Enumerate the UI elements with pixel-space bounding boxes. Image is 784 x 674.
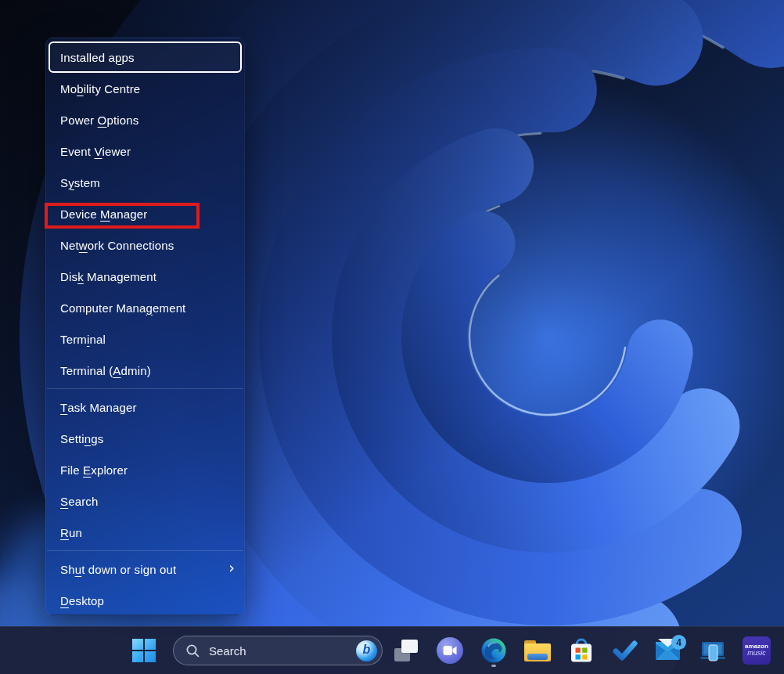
menu-item-label: ptions: [106, 114, 138, 127]
menu-item-shut-down-or-sign-out[interactable]: Shut down or sign out›: [46, 553, 244, 585]
menu-item-label: Dis: [60, 270, 77, 283]
menu-item-label: Setti: [60, 432, 85, 445]
menu-item-label: Device: [60, 207, 100, 221]
menu-item-label: anager: [110, 207, 148, 221]
chevron-right-icon: ›: [228, 560, 235, 575]
microsoft-store-button[interactable]: [566, 632, 597, 669]
desktop: Installed appsMobility CentrePower Optio…: [0, 0, 784, 674]
menu-item-computer-management[interactable]: Computer Management: [46, 292, 244, 323]
amazon-music-icon: amazon music: [743, 636, 771, 665]
mnemonic-underline: M: [100, 207, 110, 221]
mnemonic-underline: p: [115, 51, 122, 64]
start-button[interactable]: [125, 627, 163, 674]
menu-item-label: S: [60, 176, 68, 189]
mnemonic-underline: T: [60, 401, 67, 414]
menu-item-label: Power: [60, 114, 98, 127]
menu-item-label: un: [69, 526, 82, 539]
mnemonic-underline: k: [77, 270, 84, 283]
menu-item-label: ask Manager: [67, 401, 136, 414]
chat-button[interactable]: [434, 632, 466, 669]
menu-item-installed-apps[interactable]: Installed apps: [49, 41, 242, 73]
taskbar: Search b: [0, 626, 784, 674]
menu-separator: [47, 550, 243, 551]
menu-item-label: ility Centre: [84, 82, 141, 96]
winx-menu-items: Installed appsMobility CentrePower Optio…: [46, 41, 244, 616]
chat-icon: [437, 637, 463, 664]
menu-item-label: Net: [60, 239, 79, 252]
menu-item-label: esktop: [69, 594, 104, 607]
todo-button[interactable]: [610, 632, 641, 669]
menu-item-run[interactable]: Run: [46, 517, 244, 548]
edge-running-indicator: [491, 665, 496, 667]
menu-item-mobility-centre[interactable]: Mobility Centre: [46, 73, 244, 104]
menu-item-label: dmin): [121, 364, 151, 377]
mnemonic-underline: R: [60, 526, 69, 539]
menu-item-file-explorer[interactable]: File Explorer: [46, 454, 244, 485]
menu-item-event-viewer[interactable]: Event Viewer: [46, 135, 244, 167]
phone-link-icon: [700, 639, 725, 662]
mnemonic-underline: A: [113, 364, 120, 377]
amazon-music-button[interactable]: amazon music: [741, 632, 772, 669]
menu-item-label: ement: [153, 301, 185, 315]
menu-item-disk-management[interactable]: Disk Management: [46, 261, 244, 292]
menu-item-terminal[interactable]: Terminal: [46, 323, 244, 355]
menu-item-search[interactable]: Search: [46, 485, 244, 517]
mail-badge: 4: [671, 635, 686, 650]
winx-menu: Installed appsMobility CentrePower Optio…: [45, 38, 245, 615]
menu-item-label: gs: [91, 432, 103, 445]
bing-icon[interactable]: b: [356, 640, 377, 661]
file-explorer-icon: [524, 640, 551, 661]
mnemonic-underline: E: [83, 463, 91, 477]
menu-item-label: Sh: [60, 563, 75, 576]
menu-item-label: File: [60, 463, 83, 477]
menu-item-label: Term: [60, 333, 87, 346]
search-icon: [185, 643, 200, 658]
menu-item-label: ps: [122, 51, 135, 64]
menu-item-label: Event: [60, 145, 94, 158]
menu-item-label: Management: [84, 270, 156, 283]
task-view-icon: [394, 640, 418, 661]
taskbar-icons: 4 amaz: [390, 627, 772, 674]
menu-item-network-connections[interactable]: Network Connections: [46, 229, 244, 261]
mnemonic-underline: b: [77, 82, 84, 96]
edge-button[interactable]: [478, 632, 509, 669]
file-explorer-button[interactable]: [522, 632, 553, 669]
mnemonic-underline: w: [79, 239, 88, 252]
menu-item-device-manager[interactable]: Device Manager: [46, 198, 244, 229]
menu-item-label: Terminal (: [60, 364, 113, 377]
mnemonic-underline: y: [68, 176, 74, 189]
menu-item-label: ork Connections: [88, 239, 174, 252]
mnemonic-underline: n: [85, 432, 92, 445]
menu-item-label: Mo: [60, 82, 77, 96]
mnemonic-underline: O: [98, 114, 107, 127]
menu-item-label: nal: [89, 333, 105, 346]
menu-item-system[interactable]: System: [46, 167, 244, 198]
mnemonic-underline: u: [75, 563, 82, 576]
edge-icon: [480, 637, 507, 664]
menu-item-label: earch: [68, 495, 98, 508]
task-view-button[interactable]: [390, 632, 422, 669]
mail-icon: 4: [655, 637, 683, 664]
menu-item-settings[interactable]: Settings: [46, 423, 244, 454]
mail-button[interactable]: 4: [653, 632, 685, 669]
menu-item-label: iewer: [102, 145, 131, 158]
phone-link-button[interactable]: [697, 632, 728, 669]
menu-item-desktop[interactable]: Desktop: [46, 585, 244, 616]
menu-item-label: xplorer: [91, 463, 128, 477]
search-input[interactable]: Search b: [173, 636, 383, 665]
mnemonic-underline: g: [146, 301, 153, 315]
microsoft-store-icon: [569, 637, 594, 664]
mnemonic-underline: S: [60, 495, 68, 508]
menu-item-power-options[interactable]: Power Options: [46, 104, 244, 135]
todo-check-icon: [613, 640, 638, 661]
menu-item-terminal-admin[interactable]: Terminal (Admin): [46, 355, 244, 386]
menu-item-label: Installed a: [60, 51, 115, 64]
menu-item-label: t down or sign out: [81, 563, 176, 576]
menu-separator: [47, 388, 243, 389]
menu-item-task-manager[interactable]: Task Manager: [46, 391, 244, 423]
windows-logo-icon: [132, 639, 156, 662]
menu-item-label: stem: [74, 176, 100, 189]
mnemonic-underline: D: [60, 594, 69, 607]
menu-item-label: Computer Mana: [60, 301, 146, 315]
mnemonic-underline: V: [94, 145, 102, 158]
